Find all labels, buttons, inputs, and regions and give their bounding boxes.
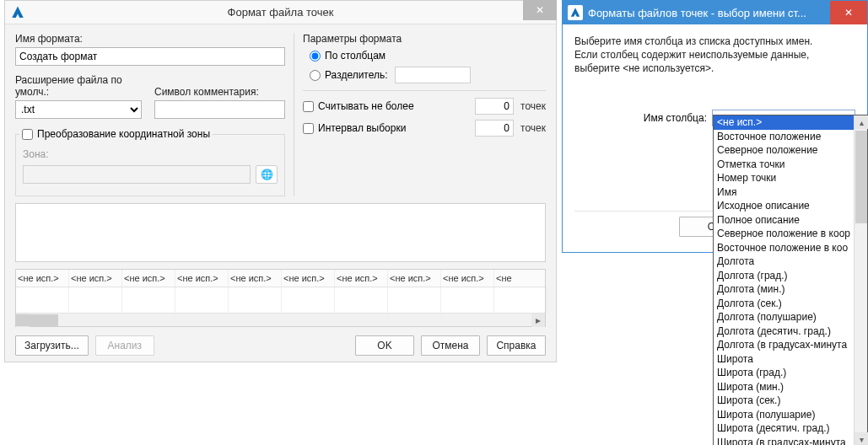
dlg2-titlebar[interactable]: Форматы файлов точек - выбор имени ст...… [563,1,867,24]
columns-table-header[interactable]: <не исп.><не исп.><не исп.><не исп.><не … [16,270,545,287]
radio-by-columns-input[interactable] [310,51,321,62]
extension-label: Расширение файла по умолч.: [15,74,146,98]
zone-transform-label: Преобразование координатной зоны [37,128,210,140]
zone-transform-checkbox[interactable]: Преобразование координатной зоны [19,128,213,140]
dropdown-option[interactable]: Северное положение [714,143,854,158]
dropdown-option[interactable]: Имя [714,185,854,200]
extension-select[interactable]: .txt [15,100,142,119]
dlg2-message-line1: Выберите имя столбца из списка доступных… [574,35,855,48]
radio-delimiter-label: Разделитель: [325,69,388,81]
column-cell [335,287,388,313]
dropdown-option[interactable]: Широта (сек.) [714,394,854,408]
dropdown-option[interactable]: Долгота (мин.) [714,282,854,297]
column-header[interactable]: <не исп.> [441,270,494,287]
dropdown-option[interactable]: Долгота (полушарие) [714,310,854,324]
sample-interval-check-input[interactable] [303,123,314,134]
cancel-button[interactable]: Отмена [421,335,480,356]
dropdown-option[interactable]: Широта (град.) [714,366,854,380]
column-cell [441,287,494,313]
column-cell [16,287,69,313]
dropdown-option[interactable]: <не исп.> [714,115,854,130]
read-limit-value[interactable] [475,98,514,115]
radio-by-columns[interactable]: По столбцам [310,50,546,62]
format-name-input[interactable] [15,47,285,66]
column-header[interactable]: <не исп.> [175,270,229,287]
dropdown-option[interactable]: Номер точки [714,171,854,185]
close-icon: ✕ [536,4,544,16]
close-icon: ✕ [844,7,853,19]
column-header[interactable]: <не [494,270,545,287]
read-limit-checkbox[interactable]: Считывать не более [303,100,414,112]
dropdown-option[interactable]: Широта (мин.) [714,380,854,394]
dlg1-close-button[interactable]: ✕ [523,0,557,20]
sample-interval-label: Интервал выборки [318,122,406,134]
dropdown-option[interactable]: Отметка точки [714,158,854,172]
scroll-thumb[interactable] [16,314,58,326]
dropdown-option[interactable]: Восточное положение в коо [714,241,854,255]
dropdown-option[interactable]: Исходное описание [714,199,854,213]
preview-textarea[interactable] [15,203,546,262]
column-header[interactable]: <не исп.> [335,270,388,287]
sample-interval-value[interactable] [475,120,514,137]
delimiter-input[interactable] [395,67,471,83]
read-limit-label: Считывать не более [318,100,414,112]
zone-browse-button[interactable]: 🌐 [256,165,278,184]
column-cell [494,287,547,313]
column-header[interactable]: <не исп.> [122,270,175,287]
columns-horizontal-scrollbar[interactable]: ◂ ▸ [16,313,545,326]
format-name-label: Имя формата: [15,33,285,45]
point-file-format-dialog: Формат файла точек ✕ Имя формата: Расшир… [4,0,557,362]
radio-delimiter[interactable]: Разделитель: [310,69,388,81]
help-button[interactable]: Справка [487,335,546,356]
dropdown-option[interactable]: Долгота (десятич. град.) [714,324,854,339]
dropdown-option[interactable]: Долгота (град.) [714,269,854,283]
dlg1-button-row: Загрузить... Анализ OK Отмена Справка [5,327,556,364]
column-header[interactable]: <не исп.> [388,270,441,287]
read-limit-check-input[interactable] [303,101,314,112]
dropdown-option[interactable]: Широта (в градусах-минута [714,436,854,446]
column-cell [69,287,122,313]
dropdown-option[interactable]: Полное описание [714,213,854,228]
column-name-dropdown[interactable]: <не исп.>Восточное положениеСеверное пол… [713,115,868,445]
column-header[interactable]: <не исп.> [282,270,335,287]
scroll-right-arrow-icon[interactable]: ▸ [531,314,545,327]
column-cell [388,287,441,313]
app-icon [568,5,583,20]
zone-transform-check-input[interactable] [22,129,33,140]
dlg2-close-button[interactable]: ✕ [830,1,867,24]
dropdown-option[interactable]: Долгота (сек.) [714,297,854,311]
right-panel: Параметры формата По столбцам Разделител… [294,33,546,196]
columns-table: <не исп.><не исп.><не исп.><не исп.><не … [15,269,546,327]
dlg1-titlebar[interactable]: Формат файла точек [5,1,556,24]
dropdown-option[interactable]: Северное положение в коор [714,227,854,241]
zone-transform-group: Преобразование координатной зоны Зона: 🌐 [15,134,285,196]
sample-interval-checkbox[interactable]: Интервал выборки [303,122,406,134]
comment-symbol-input[interactable] [154,100,285,119]
dropdown-option[interactable]: Долгота (в градусах-минута [714,338,854,352]
format-params-header: Параметры формата [303,33,546,45]
comment-symbol-label: Символ комментария: [154,86,285,98]
sample-interval-unit: точек [520,122,546,134]
analyze-button: Анализ [95,335,154,356]
dlg1-title: Формат файла точек [228,6,334,19]
load-button[interactable]: Загрузить... [15,335,89,356]
dropdown-option[interactable]: Широта [714,352,854,367]
scroll-up-arrow-icon[interactable]: ▴ [855,115,868,129]
column-cell [122,287,175,313]
dropdown-option[interactable]: Широта (полушарие) [714,408,854,422]
columns-table-body [16,287,545,313]
dropdown-option[interactable]: Восточное положение [714,130,854,144]
column-header[interactable]: <не исп.> [69,270,122,287]
column-cell [175,287,229,313]
ok-button[interactable]: OK [355,335,414,356]
dlg2-title: Форматы файлов точек - выбор имени ст... [588,7,806,19]
column-cell [229,287,282,313]
column-header[interactable]: <не исп.> [16,270,69,287]
dropdown-option[interactable]: Долгота [714,255,854,269]
dropdown-scroll-thumb[interactable] [855,131,867,223]
dropdown-option[interactable]: Широта (десятич. град.) [714,421,854,436]
scroll-down-arrow-icon[interactable]: ▾ [855,432,868,445]
radio-delimiter-input[interactable] [310,70,321,81]
dropdown-scrollbar[interactable]: ▴ ▾ [854,115,867,445]
column-header[interactable]: <не исп.> [229,270,282,287]
